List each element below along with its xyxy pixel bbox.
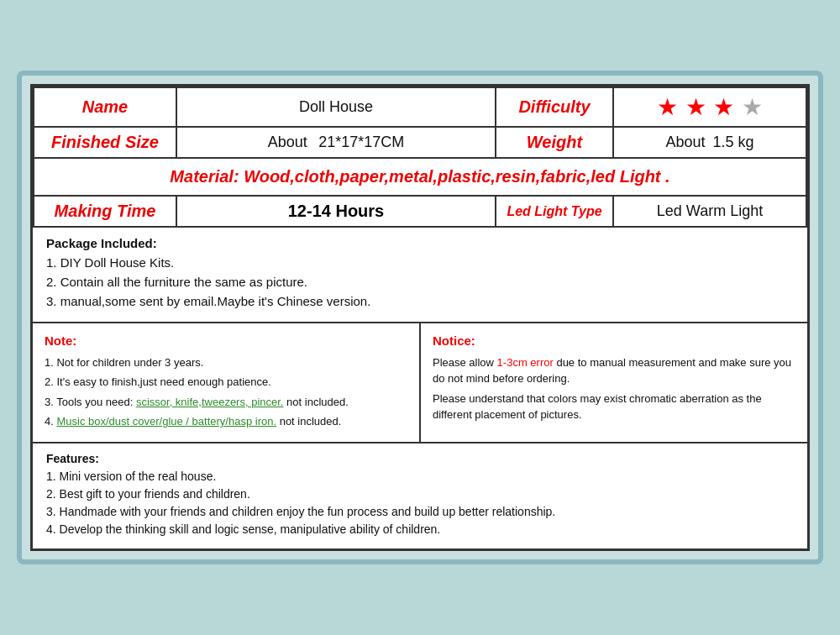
size-value: 21*17*17CM	[318, 134, 404, 150]
package-label: Package Included:	[46, 236, 794, 250]
package-item-1: 1. DIY Doll House Kits.	[46, 255, 794, 270]
features-label: Features:	[46, 452, 794, 465]
package-section: Package Included: 1. DIY Doll House Kits…	[33, 228, 807, 323]
finished-size-label: Finished Size	[51, 133, 159, 151]
notice-label: Notice:	[433, 332, 795, 351]
notice-text-1: Please allow 1-3cm error due to manual m…	[433, 354, 795, 387]
star-4: ★	[742, 94, 763, 120]
features-section: Features: 1. Mini version of the real ho…	[33, 443, 807, 548]
package-item-3: 3. manual,some sent by email.Maybe it's …	[46, 294, 794, 308]
note-label: Note:	[45, 332, 407, 351]
star-1: ★	[657, 94, 678, 120]
feature-3: 3. Handmade with your friends and childr…	[46, 505, 794, 518]
weight-about: About	[666, 134, 706, 150]
outer-border: Name Doll House Difficulty ★ ★ ★ ★ Fi	[17, 71, 823, 564]
weight-label: Weight	[527, 133, 582, 151]
difficulty-label: Difficulty	[518, 97, 590, 116]
inner-card: Name Doll House Difficulty ★ ★ ★ ★ Fi	[30, 84, 810, 551]
note-notice-section: Note: 1. Not for children under 3 years.…	[33, 323, 807, 443]
led-type-label: Led Light Type	[507, 204, 601, 218]
name-value: Doll House	[299, 98, 373, 115]
star-2: ★	[685, 94, 706, 120]
note-col: Note: 1. Not for children under 3 years.…	[33, 323, 421, 442]
notice-text-2: Please understand that colors may exist …	[433, 391, 795, 423]
tools-link: scissor, knife,tweezers, pincer.	[136, 396, 284, 408]
making-time-value: 12-14 Hours	[288, 202, 385, 220]
feature-4: 4. Develop the thinking skill and logic …	[46, 522, 794, 536]
note-item-2: 2. It's easy to finish,just need enough …	[45, 374, 407, 391]
led-type-value: Led Warm Light	[657, 202, 763, 219]
note-item-3: 3. Tools you need: scissor, knife,tweeze…	[45, 394, 407, 411]
difficulty-stars: ★ ★ ★ ★	[613, 87, 806, 127]
star-3: ★	[713, 94, 734, 120]
weight-value: 1.5 kg	[712, 134, 753, 150]
material-text: Material: Wood,cloth,paper,metal,plastic…	[170, 167, 669, 186]
feature-1: 1. Mini version of the real house.	[46, 470, 794, 483]
extras-link: Music box/dust cover/glue / battery/hasp…	[56, 415, 276, 428]
making-time-label: Making Time	[55, 202, 156, 220]
note-item-4: 4. Music box/dust cover/glue / battery/h…	[45, 413, 407, 430]
name-label: Name	[82, 97, 128, 116]
about-label: About	[268, 134, 307, 150]
package-item-2: 2. Contain all the furniture the same as…	[46, 275, 794, 289]
feature-2: 2. Best gift to your friends and childre…	[46, 487, 794, 501]
notice-col: Notice: Please allow 1-3cm error due to …	[421, 323, 807, 442]
error-range: 1-3cm error	[497, 356, 554, 369]
note-item-1: 1. Not for children under 3 years.	[45, 354, 407, 371]
